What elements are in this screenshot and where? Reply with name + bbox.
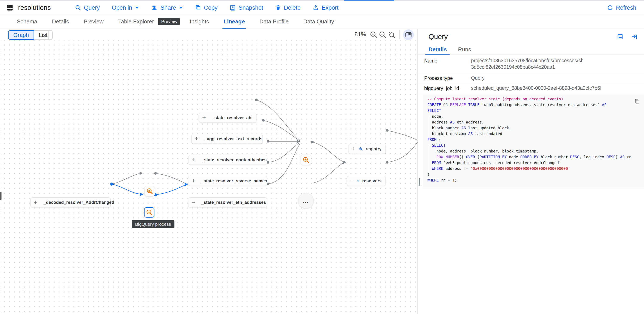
refresh-button[interactable]: Refresh (607, 4, 636, 11)
node-label: resolvers (362, 178, 382, 183)
chevron-down-icon (135, 7, 139, 9)
node-label: _decoded_resolver_AddrChanged (44, 200, 114, 205)
node-state-resolver-reverse-names[interactable]: + _state_resolver_reverse_names (188, 176, 267, 186)
tab-data-quality[interactable]: Data Quality (296, 14, 341, 28)
dock-bottom-icon (617, 33, 623, 40)
person-add-icon (151, 4, 158, 11)
view-toggle-list[interactable]: List (34, 30, 52, 40)
node-label: _state_resolver_reverse_names (201, 178, 267, 183)
snapshot-button[interactable]: Snapshot (230, 4, 263, 11)
copy-button[interactable]: Copy (195, 4, 218, 11)
field-value-process-type: Query (471, 75, 491, 81)
field-row-name: Name projects/1035301635708/locations/us… (418, 55, 644, 73)
panel-tab-runs[interactable]: Runs (452, 44, 477, 55)
process-node-upper[interactable] (144, 186, 155, 196)
preview-badge: Preview (158, 18, 180, 25)
expand-plus-icon[interactable]: + (192, 178, 195, 184)
expand-plus-icon[interactable]: + (202, 115, 206, 121)
copy-code-icon[interactable] (634, 98, 640, 105)
tab-lineage[interactable]: Lineage (216, 14, 252, 28)
collapsed-nodes-ellipsis[interactable]: ... (298, 193, 314, 209)
panel-tab-details[interactable]: Details (423, 44, 452, 55)
bigquery-table-icon (359, 146, 363, 152)
minimap-toggle-button[interactable] (403, 29, 414, 40)
sql-code-block: -- Compute latest resolver state (depend… (423, 94, 644, 188)
toolbar-divider (48, 30, 48, 39)
bigquery-process-icon (146, 209, 153, 216)
expand-plus-icon[interactable]: + (352, 146, 356, 152)
open-in-button[interactable]: Open in (112, 4, 139, 11)
zoom-level: 81% (354, 31, 366, 38)
node-state-resolver-abi[interactable]: + _state_resolver_abi (199, 113, 256, 123)
process-tooltip: BigQuery process (132, 220, 174, 228)
panel-header: Query (418, 29, 644, 44)
bigquery-table-icon (357, 178, 360, 184)
panel-tabs: Details Runs (418, 44, 644, 55)
panel-title: Query (428, 33, 448, 41)
panel-scrollbar-thumb[interactable] (419, 178, 420, 185)
graph-toolbar: Graph List 81% (0, 29, 418, 40)
query-button[interactable]: Query (75, 4, 100, 11)
lineage-canvas[interactable]: + _state_resolver_abi + _agg_resolver_te… (0, 29, 418, 314)
process-node-center[interactable] (301, 155, 311, 165)
zoom-out-icon[interactable] (378, 31, 387, 39)
copy-icon (195, 4, 201, 11)
expand-plus-icon[interactable]: + (195, 136, 198, 142)
tab-schema[interactable]: Schema (10, 14, 44, 28)
export-button[interactable]: Export (312, 4, 338, 11)
field-value-name: projects/1035301635708/locations/us/proc… (471, 57, 592, 70)
search-icon (75, 4, 81, 11)
tab-insights[interactable]: Insights (182, 14, 216, 28)
node-state-resolver-eth-addresses[interactable]: − _state_resolver_eth_addresses (188, 197, 267, 207)
view-toggle: Graph List (8, 30, 53, 40)
expand-plus-icon[interactable]: + (192, 157, 196, 163)
dock-bottom-button[interactable] (617, 33, 623, 40)
toolbar-divider (399, 30, 400, 39)
node-label: _state_resolver_abi (212, 115, 253, 120)
bigquery-process-icon (302, 156, 309, 163)
expand-plus-icon[interactable]: + (34, 199, 38, 205)
process-fields: Name projects/1035301635708/locations/us… (418, 55, 644, 93)
refresh-icon (607, 4, 613, 11)
app-header: resolutions Query Open in Share (0, 1, 644, 14)
node-label: _state_resolver_contenthashes (202, 157, 267, 162)
field-row-bigquery-job-id: bigquery_job_id scheduled_query_68be3400… (418, 83, 644, 93)
field-row-process-type: Process type Query (418, 73, 644, 83)
zoom-in-icon[interactable] (370, 31, 378, 39)
node-registry[interactable]: + registry (349, 144, 386, 154)
sql-code: -- Compute latest resolver state (depend… (428, 96, 629, 183)
node-decoded-resolver-addrchanged[interactable]: + _decoded_resolver_AddrChanged (30, 197, 110, 207)
delete-button[interactable]: Delete (275, 4, 300, 11)
table-icon (6, 4, 13, 11)
collapse-minus-icon[interactable]: − (192, 199, 195, 205)
tab-details[interactable]: Details (44, 14, 76, 28)
export-icon (312, 4, 319, 11)
node-state-resolver-contenthashes[interactable]: + _state_resolver_contenthashes (189, 155, 267, 165)
chevron-down-icon (179, 7, 183, 9)
node-agg-resolver-text-records[interactable]: + _agg_resolver_text_records (192, 134, 262, 144)
node-label: _agg_resolver_text_records (204, 136, 262, 141)
collapse-right-icon (631, 33, 638, 40)
collapse-panel-button[interactable] (631, 33, 638, 40)
vertical-scrollbar-thumb[interactable] (0, 192, 2, 200)
header-actions: Query Open in Share Copy (75, 4, 338, 11)
node-label: _state_resolver_eth_addresses (201, 200, 266, 205)
minimap-icon (405, 32, 412, 38)
view-toggle-graph[interactable]: Graph (8, 30, 34, 40)
node-resolvers[interactable]: − resolvers (347, 176, 386, 186)
tab-bar: Schema Details Preview Table Explorer Pr… (0, 14, 644, 29)
process-node-selected[interactable] (144, 207, 154, 218)
share-button[interactable]: Share (151, 4, 183, 11)
tab-table-explorer[interactable]: Table Explorer (111, 14, 161, 28)
bigquery-process-icon (146, 188, 153, 195)
field-value-bigquery-job-id: scheduled_query_68be3400-0000-2aef-8898-… (471, 85, 608, 91)
tab-preview[interactable]: Preview (76, 14, 111, 28)
details-panel: Query Details Runs Name (418, 29, 644, 314)
trash-icon (275, 4, 281, 11)
tab-data-profile[interactable]: Data Profile (252, 14, 296, 28)
zoom-reset-icon[interactable] (388, 31, 396, 39)
node-label: registry (366, 147, 382, 152)
snapshot-icon (230, 4, 236, 11)
collapse-minus-icon[interactable]: − (350, 178, 354, 184)
page-title: resolutions (18, 4, 51, 11)
